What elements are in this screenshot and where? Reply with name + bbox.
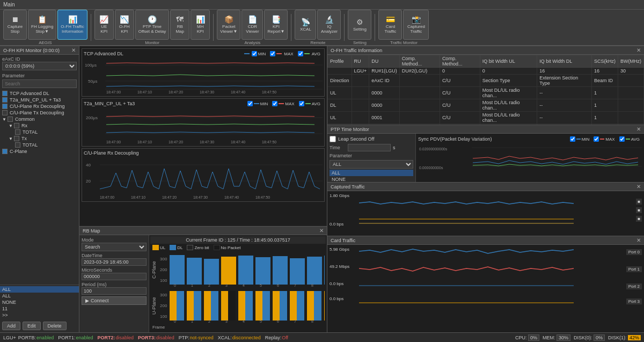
disk0-label: DISK(0): 0% (574, 335, 605, 340)
svg-text:3: 3 (225, 319, 228, 323)
svg-text:100: 100 (160, 314, 167, 319)
xcal-button[interactable]: 📡 XCAL (295, 10, 316, 40)
remote-label: Remote (310, 40, 325, 45)
replay-status: Off (282, 335, 288, 340)
tree-item-cu-rx[interactable]: C/U-Plane Rx Decoupling (0, 103, 79, 110)
port0-value: 5.98 Gbps (330, 247, 349, 252)
filter-more[interactable]: >> (0, 312, 79, 318)
datetime-input[interactable] (82, 258, 147, 266)
min-checkbox-tcp[interactable] (252, 51, 257, 56)
tree-item-total-tx[interactable]: TOTAL (13, 142, 79, 148)
filter-all-selected[interactable]: ALL (0, 286, 79, 293)
rb-map-close[interactable]: ✕ (319, 228, 324, 234)
t2a-chart-panel: T2a_MIN_CP_UL + Ta3 MIN MAX (82, 98, 325, 147)
svg-text:2: 2 (208, 283, 210, 287)
packet-viewer-button[interactable]: 📦 PacketViewer▼ (217, 10, 240, 40)
tree-item-t2a[interactable]: T2a_MIN_CP_UL + Ta3 (0, 97, 79, 103)
ptp-min-checkbox[interactable] (570, 136, 575, 142)
svg-text:200μs: 200μs (86, 115, 98, 120)
cpu-value: 0% (528, 334, 539, 341)
setting-button[interactable]: ⚙ Setting (348, 10, 371, 40)
fh-logging-button[interactable]: 📋 FH LoggingStop▼ (28, 10, 56, 40)
tree-item-cplane[interactable]: C-Plane (0, 148, 79, 155)
ofh-info-close[interactable]: ✕ (636, 47, 641, 53)
captured-traffic-header: Captured Traffic ✕ (327, 183, 644, 191)
avg-checkbox-tcp[interactable] (298, 51, 303, 56)
td-eaxc-dl1: 0000 (369, 99, 400, 112)
ue-kpi-button[interactable]: 📈 UEKPI (94, 10, 114, 40)
no-packet-color (214, 245, 220, 250)
param-select-all[interactable]: ALL (330, 160, 413, 169)
filter-none[interactable]: NONE (0, 299, 79, 305)
edit-button[interactable]: Edit (23, 322, 41, 330)
ptp-monitor-close[interactable]: ✕ (636, 126, 641, 132)
toolbar: ⏹ CaptureStop 📋 FH LoggingStop▼ 📊 O-FH T… (0, 10, 644, 46)
max-checkbox-tcp[interactable] (270, 51, 275, 56)
eaxc-select[interactable]: 0:0:0:0 (59%) (2, 62, 77, 70)
mh-kpi-button[interactable]: 📊 MHKPI (191, 10, 210, 40)
period-input[interactable] (82, 287, 147, 295)
ptp-avg-checkbox[interactable] (619, 136, 625, 142)
param-all-selected[interactable]: ALL (330, 170, 413, 176)
search-input[interactable] (2, 79, 77, 88)
td-beam-ul2: 1 (591, 112, 618, 124)
portb-label: PORTB: (18, 335, 36, 340)
captured-traffic-icon: 📸 (412, 15, 421, 24)
captured-traffic-close[interactable]: ✕ (636, 184, 641, 190)
checkbox-tx (14, 136, 19, 141)
kpi-report-button[interactable]: 📑 KPIReport▼ (264, 10, 288, 40)
ptp-monitor-header: PTP Time Monitor ✕ (327, 125, 644, 134)
action-buttons: Add Edit Delete (0, 319, 79, 332)
delete-button[interactable]: Delete (43, 322, 67, 330)
toolbar-group-monitor: 📈 UEKPI 📉 O-FHKPI 🕐 PTP TimeOffset & Del… (94, 10, 210, 45)
ptp-max-checkbox[interactable] (594, 136, 599, 142)
port1-value: 49.2 Mbps (330, 264, 349, 269)
min-checkbox-t2a[interactable] (247, 101, 253, 106)
tree-item-total-rx[interactable]: TOTAL (13, 129, 79, 135)
tcp-chart-panel: TCP Advanced DL MIN MAX (82, 48, 325, 97)
avg-checkbox-t2a[interactable] (299, 101, 304, 106)
uplane-bar-6-dl (280, 291, 287, 321)
max-checkbox-t2a[interactable] (272, 101, 277, 106)
rb-map-button[interactable]: 🗺 RBMap (170, 10, 189, 40)
frame-info: Current Frame ID : 125 / Time : 18:45:00… (150, 236, 326, 244)
u-plane-svg: 300 200 100 (159, 288, 325, 323)
tcp-legend: MIN MAX AVG (242, 50, 323, 57)
tree-item-tcp[interactable]: TCP Advanced DL (0, 90, 79, 97)
ptp-time-button[interactable]: 🕐 PTP TimeOffset & Delay (135, 10, 169, 40)
td-empty-dl1 (352, 99, 369, 112)
captured-traffic-button[interactable]: 📸 CapturedTraffic (403, 10, 429, 40)
filter-11[interactable]: 11 (0, 305, 79, 312)
filter-all[interactable]: ALL (0, 293, 79, 299)
cdr-viewer-button[interactable]: 📄 CDRViewer (241, 10, 263, 40)
tree-item-common[interactable]: ▼ Common (0, 116, 79, 122)
kpi-monitor-close[interactable]: ✕ (71, 47, 76, 53)
card-traffic-close[interactable]: ✕ (636, 237, 641, 243)
td-empty-ul2 (352, 112, 369, 124)
time-input[interactable] (348, 144, 391, 151)
sep3 (291, 14, 291, 41)
charts-area: TCP Advanced DL MIN MAX (79, 46, 327, 226)
card-traffic-header: Card Traffic ✕ (327, 236, 644, 245)
ofh-traffic-button[interactable]: 📊 O-FH TrafficInformation (57, 10, 87, 40)
param-none[interactable]: NONE (330, 176, 413, 183)
td-du-id: DU#2(LGU) (399, 68, 440, 75)
microseconds-field: MicroSeconds (82, 267, 147, 280)
add-button[interactable]: Add (2, 322, 20, 330)
capture-stop-button[interactable]: ⏹ CaptureStop (3, 10, 27, 40)
mode-label: Mode (82, 237, 147, 243)
microseconds-input[interactable] (82, 273, 147, 280)
iq-analyzer-button[interactable]: 🔬 IQAnalyzer (317, 10, 341, 40)
card-traffic-svg (359, 247, 634, 317)
connect-button[interactable]: ▶ Connect (82, 296, 147, 305)
ofh-kpi-button[interactable]: 📉 O-FHKPI (115, 10, 134, 40)
tree-item-tx[interactable]: ▼ Tx (6, 135, 79, 142)
svg-text:18:47:30: 18:47:30 (200, 90, 214, 94)
mode-select[interactable]: Search (82, 243, 147, 251)
card-traffic-button[interactable]: 💳 CardTraffic (378, 10, 402, 40)
tree-item-cu-tx[interactable]: C/U-Plane Tx Decoupling (0, 110, 79, 116)
tree-item-rx[interactable]: ▼ Rx (6, 122, 79, 129)
td-empty-ul1b (399, 87, 440, 99)
min-line-tcp (244, 53, 250, 54)
leap-second-checkbox[interactable] (330, 136, 336, 142)
